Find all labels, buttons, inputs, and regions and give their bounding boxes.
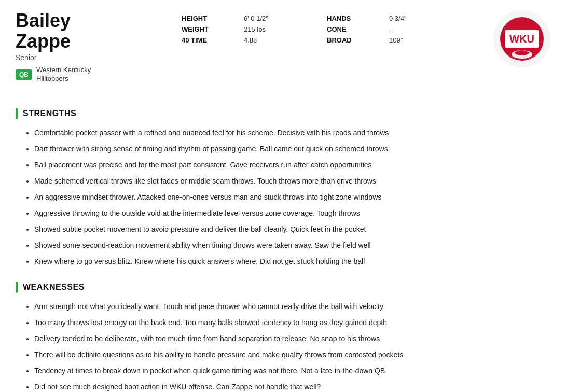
list-item: Knew where to go versus blitz. Knew wher… [34,256,550,267]
weight-value: 215 lbs [244,25,327,33]
list-item: An aggressive mindset thrower. Attacked … [34,192,550,203]
strengths-section: STRENGTHS Comfortable pocket passer with… [16,108,550,267]
list-item: Dart thrower with strong sense of timing… [34,144,550,155]
list-item: Ball placement was precise and for the m… [34,160,550,171]
cone-label: CONE [327,25,389,33]
height-label: HEIGHT [182,15,244,22]
cone-value: -- [389,25,472,33]
player-info: Bailey Zappe Senior QB Western KentuckyH… [16,10,182,83]
team-name: Western KentuckyHilltoppers [36,66,91,83]
list-item: There will be definite questions as to h… [34,349,550,360]
strengths-title: STRENGTHS [23,109,76,118]
list-item: Delivery tended to be deliberate, with t… [34,333,550,344]
broad-value: 109" [389,36,472,44]
strengths-header: STRENGTHS [16,108,550,119]
list-item: Tendency at times to break down in pocke… [34,366,550,376]
forty-value: 4.88 [244,36,327,44]
weaknesses-section: WEAKNESSES Arm strength not what you ide… [16,282,550,392]
list-item: Showed subtle pocket movement to avoid p… [34,224,550,235]
weaknesses-title: WEAKNESSES [23,283,85,292]
hands-label: HANDS [327,15,389,22]
player-class: Senior [16,53,182,62]
position-badge: QB [16,69,32,80]
weaknesses-list: Arm strength not what you ideally want. … [16,301,550,392]
hands-value: 9 3/4" [389,15,472,22]
list-item: Arm strength not what you ideally want. … [34,301,550,312]
list-item: Made schemed vertical throws like slot f… [34,176,550,187]
weaknesses-header: WEAKNESSES [16,282,550,293]
height-value: 6' 0 1/2" [244,15,327,22]
list-item: Showed some second-reaction movement abi… [34,240,550,251]
list-item: Comfortable pocket passer with a refined… [34,128,550,138]
broad-label: BROAD [327,36,389,44]
list-item: Too many throws lost energy on the back … [34,317,550,328]
svg-text:WKU: WKU [509,33,534,45]
team-logo: WKU [493,10,550,67]
weaknesses-bar [16,282,18,293]
strengths-list: Comfortable pocket passer with a refined… [16,128,550,267]
list-item: Aggressive throwing to the outside void … [34,208,550,219]
list-item: Did not see much designed boot action in… [34,382,550,392]
player-header: Bailey Zappe Senior QB Western KentuckyH… [16,10,550,93]
team-row: QB Western KentuckyHilltoppers [16,66,182,83]
forty-label: 40 TIME [182,36,244,44]
stats-grid: HEIGHT 6' 0 1/2" HANDS 9 3/4" WEIGHT 215… [182,10,483,44]
strengths-bar [16,108,18,119]
weight-label: WEIGHT [182,25,244,33]
player-name: Bailey Zappe [16,10,182,51]
